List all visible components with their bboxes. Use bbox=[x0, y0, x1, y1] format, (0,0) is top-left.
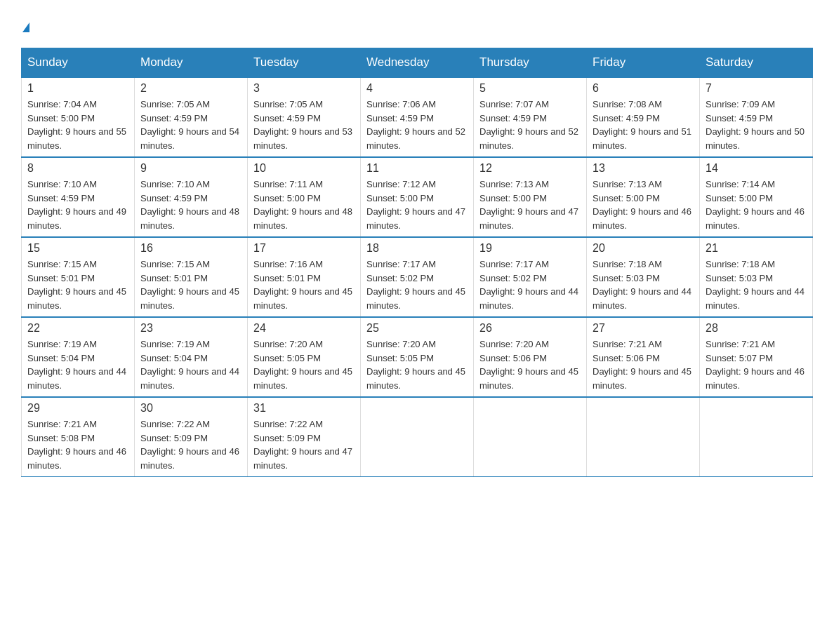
day-number: 2 bbox=[140, 82, 241, 95]
sunrise-label: Sunrise: 7:05 AM bbox=[253, 99, 323, 109]
sunrise-label: Sunrise: 7:10 AM bbox=[27, 179, 97, 189]
day-info: Sunrise: 7:20 AM Sunset: 5:05 PM Dayligh… bbox=[366, 337, 468, 392]
sunset-label: Sunset: 4:59 PM bbox=[253, 113, 321, 123]
calendar-cell: 29 Sunrise: 7:21 AM Sunset: 5:08 PM Dayl… bbox=[22, 397, 135, 477]
sunset-label: Sunset: 4:59 PM bbox=[140, 193, 208, 203]
day-number: 29 bbox=[27, 402, 128, 415]
calendar-cell: 25 Sunrise: 7:20 AM Sunset: 5:05 PM Dayl… bbox=[361, 317, 474, 397]
day-number: 26 bbox=[479, 322, 581, 335]
sunset-label: Sunset: 5:01 PM bbox=[140, 273, 208, 283]
calendar-cell: 4 Sunrise: 7:06 AM Sunset: 4:59 PM Dayli… bbox=[361, 77, 474, 157]
calendar-table: Sunday Monday Tuesday Wednesday Thursday… bbox=[21, 48, 813, 477]
col-thursday: Thursday bbox=[474, 48, 587, 78]
sunrise-label: Sunrise: 7:20 AM bbox=[253, 339, 323, 349]
sunrise-label: Sunrise: 7:18 AM bbox=[706, 259, 775, 269]
daylight-label: Daylight: 9 hours and 45 minutes. bbox=[593, 366, 691, 391]
day-info: Sunrise: 7:07 AM Sunset: 4:59 PM Dayligh… bbox=[479, 98, 581, 152]
calendar-week-row: 1 Sunrise: 7:04 AM Sunset: 5:00 PM Dayli… bbox=[22, 77, 813, 157]
calendar-cell: 28 Sunrise: 7:21 AM Sunset: 5:07 PM Dayl… bbox=[700, 317, 813, 397]
day-info: Sunrise: 7:21 AM Sunset: 5:07 PM Dayligh… bbox=[706, 337, 807, 392]
daylight-label: Daylight: 9 hours and 45 minutes. bbox=[27, 286, 126, 311]
sunset-label: Sunset: 5:09 PM bbox=[140, 433, 208, 443]
calendar-header-row: Sunday Monday Tuesday Wednesday Thursday… bbox=[22, 48, 813, 78]
daylight-label: Daylight: 9 hours and 54 minutes. bbox=[140, 126, 239, 151]
daylight-label: Daylight: 9 hours and 53 minutes. bbox=[253, 126, 352, 151]
sunrise-label: Sunrise: 7:17 AM bbox=[479, 259, 549, 269]
day-number: 6 bbox=[593, 82, 694, 95]
sunset-label: Sunset: 5:00 PM bbox=[479, 193, 547, 203]
daylight-label: Daylight: 9 hours and 51 minutes. bbox=[593, 126, 691, 151]
sunset-label: Sunset: 5:00 PM bbox=[366, 193, 434, 203]
sunset-label: Sunset: 5:09 PM bbox=[253, 433, 321, 443]
calendar-cell: 1 Sunrise: 7:04 AM Sunset: 5:00 PM Dayli… bbox=[22, 77, 135, 157]
day-number: 3 bbox=[253, 82, 355, 95]
calendar-cell: 22 Sunrise: 7:19 AM Sunset: 5:04 PM Dayl… bbox=[22, 317, 135, 397]
day-info: Sunrise: 7:17 AM Sunset: 5:02 PM Dayligh… bbox=[479, 257, 581, 312]
calendar-cell: 24 Sunrise: 7:20 AM Sunset: 5:05 PM Dayl… bbox=[248, 317, 361, 397]
calendar-cell: 31 Sunrise: 7:22 AM Sunset: 5:09 PM Dayl… bbox=[248, 397, 361, 477]
day-number: 11 bbox=[366, 162, 468, 175]
sunset-label: Sunset: 4:59 PM bbox=[366, 113, 434, 123]
daylight-label: Daylight: 9 hours and 45 minutes. bbox=[366, 366, 465, 391]
sunset-label: Sunset: 5:04 PM bbox=[140, 353, 208, 363]
sunrise-label: Sunrise: 7:10 AM bbox=[140, 179, 210, 189]
daylight-label: Daylight: 9 hours and 47 minutes. bbox=[253, 446, 352, 471]
sunset-label: Sunset: 5:02 PM bbox=[366, 273, 434, 283]
day-info: Sunrise: 7:22 AM Sunset: 5:09 PM Dayligh… bbox=[253, 417, 355, 472]
daylight-label: Daylight: 9 hours and 44 minutes. bbox=[479, 286, 578, 311]
day-number: 5 bbox=[479, 82, 581, 95]
daylight-label: Daylight: 9 hours and 46 minutes. bbox=[706, 366, 805, 391]
daylight-label: Daylight: 9 hours and 46 minutes. bbox=[27, 446, 126, 471]
day-info: Sunrise: 7:20 AM Sunset: 5:05 PM Dayligh… bbox=[253, 337, 355, 392]
day-info: Sunrise: 7:04 AM Sunset: 5:00 PM Dayligh… bbox=[27, 98, 128, 152]
page-header bbox=[21, 14, 813, 34]
sunset-label: Sunset: 5:05 PM bbox=[366, 353, 434, 363]
sunrise-label: Sunrise: 7:21 AM bbox=[593, 339, 662, 349]
day-info: Sunrise: 7:13 AM Sunset: 5:00 PM Dayligh… bbox=[479, 177, 581, 232]
day-info: Sunrise: 7:10 AM Sunset: 4:59 PM Dayligh… bbox=[27, 177, 128, 232]
calendar-cell: 15 Sunrise: 7:15 AM Sunset: 5:01 PM Dayl… bbox=[22, 237, 135, 317]
calendar-cell: 7 Sunrise: 7:09 AM Sunset: 4:59 PM Dayli… bbox=[700, 77, 813, 157]
day-number: 30 bbox=[140, 402, 241, 415]
sunset-label: Sunset: 5:00 PM bbox=[706, 193, 773, 203]
sunrise-label: Sunrise: 7:21 AM bbox=[27, 419, 97, 429]
day-number: 18 bbox=[366, 242, 468, 255]
calendar-week-row: 15 Sunrise: 7:15 AM Sunset: 5:01 PM Dayl… bbox=[22, 237, 813, 317]
day-info: Sunrise: 7:11 AM Sunset: 5:00 PM Dayligh… bbox=[253, 177, 355, 232]
calendar-cell: 26 Sunrise: 7:20 AM Sunset: 5:06 PM Dayl… bbox=[474, 317, 587, 397]
sunrise-label: Sunrise: 7:17 AM bbox=[366, 259, 436, 269]
sunset-label: Sunset: 4:59 PM bbox=[27, 193, 95, 203]
calendar-cell: 27 Sunrise: 7:21 AM Sunset: 5:06 PM Dayl… bbox=[587, 317, 700, 397]
daylight-label: Daylight: 9 hours and 44 minutes. bbox=[140, 366, 239, 391]
col-tuesday: Tuesday bbox=[248, 48, 361, 78]
calendar-week-row: 29 Sunrise: 7:21 AM Sunset: 5:08 PM Dayl… bbox=[22, 397, 813, 477]
logo-triangle-icon bbox=[22, 22, 29, 32]
calendar-cell: 8 Sunrise: 7:10 AM Sunset: 4:59 PM Dayli… bbox=[22, 157, 135, 237]
day-number: 17 bbox=[253, 242, 355, 255]
day-number: 10 bbox=[253, 162, 355, 175]
logo-general-line bbox=[21, 14, 29, 34]
day-info: Sunrise: 7:19 AM Sunset: 5:04 PM Dayligh… bbox=[27, 337, 128, 392]
daylight-label: Daylight: 9 hours and 45 minutes. bbox=[253, 286, 352, 311]
sunrise-label: Sunrise: 7:15 AM bbox=[27, 259, 97, 269]
calendar-cell: 30 Sunrise: 7:22 AM Sunset: 5:09 PM Dayl… bbox=[135, 397, 248, 477]
calendar-cell: 20 Sunrise: 7:18 AM Sunset: 5:03 PM Dayl… bbox=[587, 237, 700, 317]
sunset-label: Sunset: 4:59 PM bbox=[706, 113, 773, 123]
day-number: 20 bbox=[593, 242, 694, 255]
daylight-label: Daylight: 9 hours and 46 minutes. bbox=[593, 206, 691, 231]
sunrise-label: Sunrise: 7:08 AM bbox=[593, 99, 662, 109]
calendar-cell bbox=[474, 397, 587, 477]
day-info: Sunrise: 7:18 AM Sunset: 5:03 PM Dayligh… bbox=[593, 257, 694, 312]
calendar-cell: 3 Sunrise: 7:05 AM Sunset: 4:59 PM Dayli… bbox=[248, 77, 361, 157]
calendar-cell: 6 Sunrise: 7:08 AM Sunset: 4:59 PM Dayli… bbox=[587, 77, 700, 157]
sunset-label: Sunset: 5:00 PM bbox=[27, 113, 95, 123]
sunset-label: Sunset: 5:00 PM bbox=[593, 193, 660, 203]
col-saturday: Saturday bbox=[700, 48, 813, 78]
sunrise-label: Sunrise: 7:11 AM bbox=[253, 179, 323, 189]
calendar-cell: 16 Sunrise: 7:15 AM Sunset: 5:01 PM Dayl… bbox=[135, 237, 248, 317]
daylight-label: Daylight: 9 hours and 55 minutes. bbox=[27, 126, 126, 151]
day-info: Sunrise: 7:09 AM Sunset: 4:59 PM Dayligh… bbox=[706, 98, 807, 152]
calendar-cell: 23 Sunrise: 7:19 AM Sunset: 5:04 PM Dayl… bbox=[135, 317, 248, 397]
day-info: Sunrise: 7:06 AM Sunset: 4:59 PM Dayligh… bbox=[366, 98, 468, 152]
calendar-cell: 9 Sunrise: 7:10 AM Sunset: 4:59 PM Dayli… bbox=[135, 157, 248, 237]
